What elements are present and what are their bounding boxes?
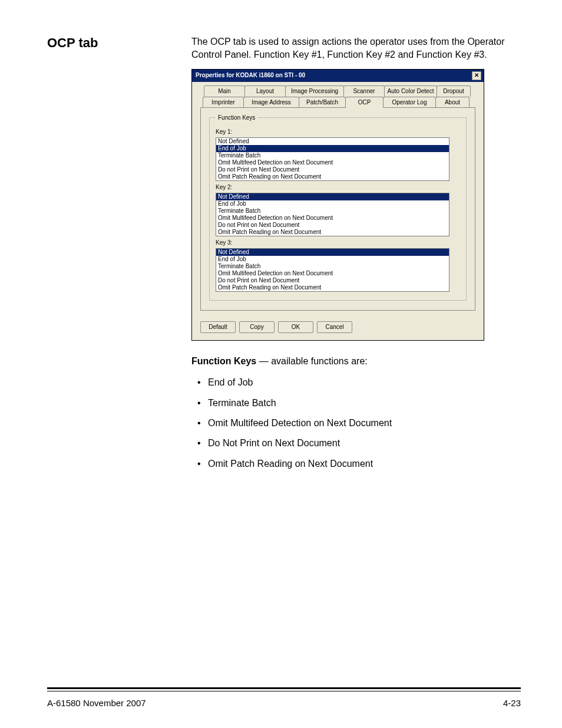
list-item[interactable]: Omit Multifeed Detection on Next Documen… <box>216 215 449 222</box>
list-item[interactable]: Omit Multifeed Detection on Next Documen… <box>216 270 449 277</box>
ok-button[interactable]: OK <box>278 321 313 333</box>
tab-panel-ocp: Function Keys Key 1:Not DefinedEnd of Jo… <box>200 107 475 311</box>
tab-ocp[interactable]: OCP <box>345 97 384 108</box>
tab-imprinter[interactable]: Imprinter <box>203 97 244 108</box>
list-item[interactable]: Do not Print on Next Document <box>216 222 449 229</box>
tab-auto-color-detect[interactable]: Auto Color Detect <box>384 85 437 97</box>
footer-rule <box>47 687 521 691</box>
key-label-2: Key 2: <box>216 183 460 192</box>
list-item: Terminate Batch <box>191 393 521 413</box>
intro-paragraph: The OCP tab is used to assign actions th… <box>191 35 521 62</box>
list-item[interactable]: Omit Multifeed Detection on Next Documen… <box>216 159 449 166</box>
tab-layout[interactable]: Layout <box>244 85 286 97</box>
dialog-title: Properties for KODAK i1860 on STI - 00 <box>196 71 305 80</box>
tab-operator-log[interactable]: Operator Log <box>383 97 436 108</box>
key-1-listbox[interactable]: Not DefinedEnd of JobTerminate BatchOmit… <box>216 137 449 181</box>
section-title: OCP tab <box>47 35 191 51</box>
dialog-button-row: Default Copy OK Cancel <box>192 317 484 340</box>
list-item[interactable]: Not Defined <box>216 193 449 200</box>
tab-image-processing[interactable]: Image Processing <box>285 85 344 97</box>
key-2-listbox[interactable]: Not DefinedEnd of JobTerminate BatchOmit… <box>216 193 449 236</box>
list-item[interactable]: Not Defined <box>216 138 449 145</box>
list-item[interactable]: Omit Patch Reading on Next Document <box>216 173 449 180</box>
list-item[interactable]: End of Job <box>216 256 449 263</box>
list-item[interactable]: Terminate Batch <box>216 152 449 159</box>
function-keys-heading: Function Keys — available functions are: <box>191 355 521 368</box>
tab-row-back: MainLayoutImage ProcessingScannerAuto Co… <box>204 85 475 97</box>
list-item: Omit Multifeed Detection on Next Documen… <box>191 413 521 433</box>
page-footer: A-61580 November 2007 4-23 <box>47 698 521 708</box>
list-item[interactable]: Terminate Batch <box>216 207 449 215</box>
properties-dialog: Properties for KODAK i1860 on STI - 00 ✕… <box>191 69 484 341</box>
list-item: End of Job <box>191 373 521 393</box>
footer-right: 4-23 <box>503 698 521 708</box>
key-3-listbox[interactable]: Not DefinedEnd of JobTerminate BatchOmit… <box>216 248 449 292</box>
list-item[interactable]: Not Defined <box>216 249 449 256</box>
dialog-body: MainLayoutImage ProcessingScannerAuto Co… <box>192 82 484 317</box>
tab-image-address[interactable]: Image Address <box>243 97 299 108</box>
function-keys-heading-rest: — available functions are: <box>256 356 368 366</box>
list-item[interactable]: End of Job <box>216 145 449 152</box>
list-item[interactable]: Do not Print on Next Document <box>216 277 449 284</box>
list-item: Omit Patch Reading on Next Document <box>191 454 521 474</box>
list-item: Do Not Print on Next Document <box>191 433 521 453</box>
list-item[interactable]: End of Job <box>216 200 449 207</box>
tab-patch/batch[interactable]: Patch/Batch <box>299 97 346 108</box>
content-row: OCP tab The OCP tab is used to assign ac… <box>47 35 521 474</box>
function-list: End of JobTerminate BatchOmit Multifeed … <box>191 373 521 474</box>
default-button[interactable]: Default <box>200 321 236 333</box>
tab-row-front: ImprinterImage AddressPatch/BatchOCPOper… <box>203 97 475 108</box>
list-item[interactable]: Do not Print on Next Document <box>216 166 449 173</box>
document-page: OCP tab The OCP tab is used to assign ac… <box>0 0 562 728</box>
tab-dropout[interactable]: Dropout <box>437 85 471 97</box>
tab-about[interactable]: About <box>435 97 470 108</box>
footer-left: A-61580 November 2007 <box>47 698 146 708</box>
right-column: The OCP tab is used to assign actions th… <box>191 35 521 474</box>
function-keys-heading-bold: Function Keys <box>191 356 256 366</box>
list-item[interactable]: Omit Patch Reading on Next Document <box>216 284 449 291</box>
function-keys-fieldset: Function Keys Key 1:Not DefinedEnd of Jo… <box>209 114 467 301</box>
tab-strip: MainLayoutImage ProcessingScannerAuto Co… <box>200 85 475 311</box>
list-item[interactable]: Omit Patch Reading on Next Document <box>216 229 449 236</box>
key-label-1: Key 1: <box>216 128 460 136</box>
list-item[interactable]: Terminate Batch <box>216 263 449 270</box>
dialog-titlebar: Properties for KODAK i1860 on STI - 00 ✕ <box>192 70 484 82</box>
key-label-3: Key 3: <box>216 239 460 247</box>
tab-scanner[interactable]: Scanner <box>343 85 385 97</box>
close-icon[interactable]: ✕ <box>472 71 481 80</box>
tab-main[interactable]: Main <box>204 85 245 97</box>
copy-button[interactable]: Copy <box>239 321 275 333</box>
cancel-button[interactable]: Cancel <box>317 321 352 333</box>
fieldset-legend: Function Keys <box>216 114 257 122</box>
